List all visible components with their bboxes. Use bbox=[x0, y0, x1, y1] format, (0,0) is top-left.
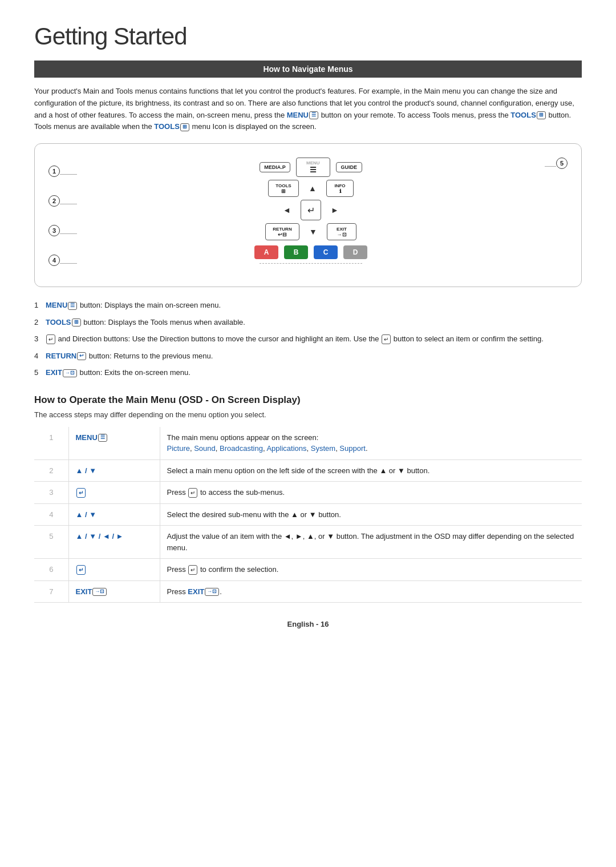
osd-subtitle: The access steps may differ depending on… bbox=[34, 410, 582, 419]
osd-num-6: 6 bbox=[34, 559, 68, 581]
color-c-button[interactable]: C bbox=[314, 245, 338, 259]
list-item-5: 5 EXIT→⊡ button: Exits the on-screen men… bbox=[34, 367, 582, 378]
osd-desc-1: The main menu options appear on the scre… bbox=[160, 427, 582, 460]
osd-desc-7: Press EXIT→⊡. bbox=[160, 580, 582, 603]
osd-icon-2: ▲ / ▼ bbox=[68, 459, 160, 482]
osd-title: How to Operate the Main Menu (OSD - On S… bbox=[34, 394, 582, 406]
osd-desc-6: Press ↵ to confirm the selection. bbox=[160, 559, 582, 581]
tools-ref-2: TOOLS⊞ bbox=[46, 318, 82, 326]
list-item-3: 3 ↵ and Direction buttons: Use the Direc… bbox=[34, 333, 582, 345]
tools-button[interactable]: TOOLS ⊞ bbox=[268, 180, 299, 197]
osd-row-2: 2 ▲ / ▼ Select a main menu option on the… bbox=[34, 459, 582, 482]
remote-row-2: TOOLS ⊞ ▲ INFO ℹ bbox=[268, 180, 354, 197]
color-a-button[interactable]: A bbox=[254, 245, 278, 259]
tools-icon-inline: ⊞ bbox=[537, 111, 546, 119]
arrow-down-button[interactable]: ▼ bbox=[305, 224, 321, 240]
list-item-2: 2 TOOLS⊞ button: Displays the Tools menu… bbox=[34, 317, 582, 328]
osd-icon-4: ▲ / ▼ bbox=[68, 503, 160, 526]
osd-row-5: 5 ▲ / ▼ / ◄ / ► Adjust the value of an i… bbox=[34, 526, 582, 559]
osd-table: 1 MENU☰ The main menu options appear on … bbox=[34, 427, 582, 603]
remote-diagram-box: 1 2 3 4 bbox=[34, 143, 582, 287]
exit-button[interactable]: EXIT →⊡ bbox=[327, 223, 356, 240]
color-b-button[interactable]: B bbox=[284, 245, 308, 259]
list-item-1: 1 MENU☰ button: Displays the main on-scr… bbox=[34, 300, 582, 311]
osd-row-1: 1 MENU☰ The main menu options appear on … bbox=[34, 427, 582, 460]
tools-highlight-text2: TOOLS⊞ bbox=[154, 122, 190, 131]
osd-section: How to Operate the Main Menu (OSD - On S… bbox=[34, 394, 582, 603]
osd-row-3: 3 ↵ Press ↵ to access the sub-menus. bbox=[34, 482, 582, 504]
osd-link-applications[interactable]: Applications bbox=[266, 444, 306, 453]
menu-highlight-text: MENU☰ bbox=[287, 111, 319, 119]
return-icon-4: ↩ bbox=[77, 352, 86, 360]
osd-num-7: 7 bbox=[34, 580, 68, 603]
exit-icon-5: →⊡ bbox=[63, 369, 77, 377]
osd-link-picture[interactable]: Picture bbox=[167, 444, 190, 453]
navigate-section: How to Navigate Menus Your product's Mai… bbox=[34, 61, 582, 378]
diagram-inner: 1 2 3 4 bbox=[48, 158, 568, 276]
remote-row-4: RETURN ↩⊟ ▼ EXIT →⊡ bbox=[265, 223, 356, 240]
osd-link-support[interactable]: Support bbox=[339, 444, 366, 453]
osd-row-7: 7 EXIT→⊡ Press EXIT→⊡. bbox=[34, 580, 582, 603]
tools-icon-inline2: ⊞ bbox=[180, 123, 189, 131]
arrow-right-button[interactable]: ► bbox=[327, 202, 343, 218]
color-buttons-row: A B C D bbox=[254, 245, 367, 259]
remote-row-3: ◄ ↵ ► bbox=[279, 200, 343, 220]
exit-ref-5: EXIT→⊡ bbox=[46, 368, 78, 377]
osd-link-system[interactable]: System bbox=[311, 444, 335, 453]
osd-row-4: 4 ▲ / ▼ Select the desired sub-menu with… bbox=[34, 503, 582, 526]
guide-button[interactable]: GUIDE bbox=[336, 162, 362, 172]
osd-num-5: 5 bbox=[34, 526, 68, 559]
tools-icon-2: ⊞ bbox=[72, 318, 81, 326]
menu-ref-1: MENU☰ bbox=[46, 301, 78, 309]
list-item-4: 4 RETURN↩ button: Returns to the previou… bbox=[34, 350, 582, 362]
return-button[interactable]: RETURN ↩⊟ bbox=[265, 223, 299, 240]
arrow-left-button[interactable]: ◄ bbox=[279, 202, 295, 218]
osd-icon-6: ↵ bbox=[68, 559, 160, 581]
osd-desc-3: Press ↵ to access the sub-menus. bbox=[160, 482, 582, 504]
page-footer: English - 16 bbox=[34, 620, 582, 628]
menu-icon-inline: ☰ bbox=[309, 111, 318, 119]
osd-link-sound[interactable]: Sound bbox=[194, 444, 216, 453]
remote-row-1: MEDIA.P MENU ☰ GUIDE bbox=[260, 158, 362, 177]
osd-desc-4: Select the desired sub-menu with the ▲ o… bbox=[160, 503, 582, 526]
osd-row-6: 6 ↵ Press ↵ to confirm the selection. bbox=[34, 559, 582, 581]
callout-5: 5 bbox=[556, 158, 568, 169]
osd-icon-5: ▲ / ▼ / ◄ / ► bbox=[68, 526, 160, 559]
page-title: Getting Started bbox=[34, 23, 582, 50]
callout-2: 2 bbox=[48, 195, 60, 207]
osd-icon-3: ↵ bbox=[68, 482, 160, 504]
enter-icon-3b: ↵ bbox=[382, 334, 391, 344]
enter-button[interactable]: ↵ bbox=[301, 200, 321, 220]
osd-icon-7: EXIT→⊡ bbox=[68, 580, 160, 603]
osd-link-broadcasting[interactable]: Broadcasting bbox=[220, 444, 263, 453]
osd-num-4: 4 bbox=[34, 503, 68, 526]
arrow-up-button[interactable]: ▲ bbox=[305, 180, 321, 196]
tools-highlight-text: TOOLS⊞ bbox=[510, 111, 546, 119]
menu-button[interactable]: MENU ☰ bbox=[296, 158, 330, 177]
callout-4: 4 bbox=[48, 255, 60, 266]
intro-paragraph: Your product's Main and Tools menus cont… bbox=[34, 86, 582, 133]
callout-3: 3 bbox=[48, 225, 60, 236]
media-p-button[interactable]: MEDIA.P bbox=[260, 162, 290, 172]
osd-num-2: 2 bbox=[34, 459, 68, 482]
callout-column: 1 2 3 4 bbox=[48, 158, 77, 276]
return-ref-4: RETURN↩ bbox=[46, 352, 87, 360]
osd-desc-2: Select a main menu option on the left si… bbox=[160, 459, 582, 482]
enter-icon-3: ↵ bbox=[46, 334, 55, 344]
numbered-list: 1 MENU☰ button: Displays the main on-scr… bbox=[34, 300, 582, 378]
section-header-navigate: How to Navigate Menus bbox=[34, 61, 582, 78]
menu-icon-1: ☰ bbox=[68, 302, 77, 310]
info-button[interactable]: INFO ℹ bbox=[326, 180, 354, 197]
osd-desc-5: Adjust the value of an item with the ◄, … bbox=[160, 526, 582, 559]
remote-buttons-area: MEDIA.P MENU ☰ GUIDE TOOLS ⊞ bbox=[83, 158, 539, 264]
osd-num-3: 3 bbox=[34, 482, 68, 504]
color-d-button[interactable]: D bbox=[343, 245, 367, 259]
osd-icon-1: MENU☰ bbox=[68, 427, 160, 460]
osd-num-1: 1 bbox=[34, 427, 68, 460]
callout-1: 1 bbox=[48, 166, 60, 177]
